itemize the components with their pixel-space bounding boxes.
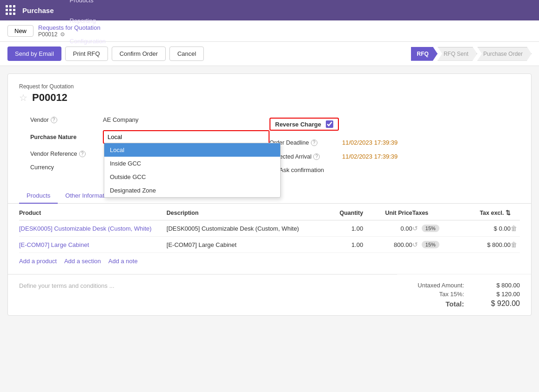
form-title-label: Request for Quotation <box>19 83 520 90</box>
adjust-icon[interactable]: ⇅ <box>505 210 511 216</box>
top-nav: Purchase OrdersProductsReportingConfigur… <box>0 0 539 20</box>
description-cell: [E-COM07] Large Cabinet <box>167 241 314 248</box>
new-button[interactable]: New <box>7 25 34 37</box>
unit-price-cell[interactable]: 800.00 <box>363 241 412 248</box>
terms-placeholder: Define your terms and conditions ... <box>19 282 115 289</box>
delete-row-icon[interactable]: 🗑 <box>511 225 520 232</box>
form-title-row: ☆ P00012 <box>19 92 520 104</box>
expected-arrival-field: Expected Arrival ? 11/02/2023 17:39:39 <box>270 150 509 164</box>
status-step-purchase-order[interactable]: Purchase Order <box>477 47 532 61</box>
vendor-value[interactable]: AE Company <box>103 116 139 123</box>
reverse-charge-label: Reverse Charge <box>275 121 321 128</box>
status-step-rfq[interactable]: RFQ <box>411 47 438 61</box>
purchase-nature-dropdown[interactable]: LocalInside GCCOutside GCCDesignated Zon… <box>104 143 281 198</box>
confirm-order-button[interactable]: Confirm Order <box>112 47 166 61</box>
bottom-row: Define your terms and conditions ... Unt… <box>8 274 531 315</box>
vendor-ref-label: Vendor Reference ? <box>30 151 95 157</box>
status-bar: RFQRFQ SentPurchase Order <box>411 47 532 61</box>
send-email-button[interactable]: Send by Email <box>7 47 61 61</box>
add-note-link[interactable]: Add a note <box>108 258 138 265</box>
add-section-link[interactable]: Add a section <box>64 258 101 265</box>
reset-icon[interactable]: ↺ <box>412 241 418 248</box>
status-step-rfq-sent[interactable]: RFQ Sent <box>438 47 477 61</box>
dropdown-item-local[interactable]: Local <box>104 143 280 157</box>
right-fields: Reverse Charge Order Deadline ? 11/02/20… <box>270 113 509 176</box>
vendor-help-icon[interactable]: ? <box>51 117 57 123</box>
quantity-cell[interactable]: 1.00 <box>314 241 364 248</box>
product-link[interactable]: [DESK0005] Customizable Desk (Custom, Wh… <box>19 225 167 232</box>
col-product-header: Product <box>19 210 167 216</box>
purchase-nature-select[interactable]: Local Inside GCC Outside GCC Designated … <box>104 131 269 143</box>
product-link[interactable]: [E-COM07] Large Cabinet <box>19 241 167 248</box>
add-links: Add a product Add a section Add a note <box>19 253 520 266</box>
grand-total-row: Total: $ 920.00 <box>408 299 520 308</box>
add-product-link[interactable]: Add a product <box>19 258 57 265</box>
tax-excl-cell: $ 800.00 <box>461 241 511 248</box>
nav-item-products[interactable]: Products <box>63 0 112 10</box>
tax-badge[interactable]: 15% <box>422 225 439 232</box>
ask-confirmation-row: Ask confirmation <box>270 164 509 176</box>
total-label: Total: <box>408 300 464 308</box>
order-deadline-help-icon[interactable]: ? <box>311 140 317 146</box>
app-grid-icon[interactable] <box>6 5 16 15</box>
vendor-field: Vendor ? AE Company <box>30 113 270 127</box>
ask-confirmation-label: Ask confirmation <box>279 166 324 173</box>
col-desc-header: Description <box>167 210 314 216</box>
tax-row: Tax 15%: $ 120.00 <box>408 291 520 298</box>
dropdown-item-inside-gcc[interactable]: Inside GCC <box>104 157 280 170</box>
table-header: Product Description Quantity Unit Price … <box>19 206 520 220</box>
untaxed-label: Untaxed Amount: <box>408 282 464 289</box>
favorite-icon[interactable]: ☆ <box>19 92 27 103</box>
purchase-nature-dropdown-container[interactable]: Local Inside GCC Outside GCC Designated … <box>103 130 270 144</box>
purchase-nature-label: Purchase Nature <box>30 134 95 140</box>
breadcrumb-parent[interactable]: Requests for Quotation <box>38 24 101 31</box>
breadcrumb-current: P00012 <box>38 31 57 38</box>
dropdown-item-designated-zone[interactable]: Designated Zone <box>104 184 280 197</box>
table-row: [DESK0005] Customizable Desk (Custom, Wh… <box>19 220 520 237</box>
description-cell: [DESK0005] Customizable Desk (Custom, Wh… <box>167 225 314 232</box>
purchase-nature-row: Purchase Nature Local Inside GCC Outside… <box>30 127 270 147</box>
reverse-charge-field: Reverse Charge <box>270 113 509 136</box>
gear-icon[interactable]: ⚙ <box>60 31 65 38</box>
fields-grid: Vendor ? AE Company Purchase Nature Loca… <box>19 113 520 176</box>
untaxed-value: $ 800.00 <box>483 282 520 289</box>
col-taxes-header: Taxes <box>412 210 462 216</box>
tax-excl-cell: $ 0.00 <box>461 225 511 232</box>
tab-products[interactable]: Products <box>19 188 58 204</box>
tax-label: Tax 15%: <box>408 291 464 298</box>
taxes-cell: ↺ 15% <box>412 241 462 248</box>
left-fields: Vendor ? AE Company Purchase Nature Loca… <box>30 113 270 176</box>
breadcrumb-sub: P00012 ⚙ <box>38 31 101 38</box>
action-buttons: Send by Email Print RFQ Confirm Order Ca… <box>7 47 204 61</box>
reverse-charge-checkbox[interactable] <box>326 120 333 128</box>
taxes-cell: ↺ 15% <box>412 225 462 232</box>
tax-badge[interactable]: 15% <box>422 241 439 248</box>
table-row: [E-COM07] Large Cabinet [E-COM07] Large … <box>19 237 520 253</box>
tax-value: $ 120.00 <box>483 291 520 298</box>
totals-section: Untaxed Amount: $ 800.00 Tax 15%: $ 120.… <box>397 274 531 315</box>
col-taxexcl-header: Tax excl. ⇅ <box>461 209 511 216</box>
expected-arrival-value[interactable]: 11/02/2023 17:39:39 <box>342 153 398 160</box>
quantity-cell[interactable]: 1.00 <box>314 225 364 232</box>
dropdown-item-outside-gcc[interactable]: Outside GCC <box>104 170 280 184</box>
col-qty-header: Quantity <box>314 210 364 216</box>
expected-arrival-help-icon[interactable]: ? <box>313 153 320 160</box>
vendor-label: Vendor ? <box>30 117 95 123</box>
print-rfq-button[interactable]: Print RFQ <box>65 47 108 61</box>
order-deadline-value[interactable]: 11/02/2023 17:39:39 <box>342 139 398 146</box>
vendor-ref-help-icon[interactable]: ? <box>79 151 86 157</box>
currency-label: Currency <box>30 164 95 171</box>
order-deadline-field: Order Deadline ? 11/02/2023 17:39:39 <box>270 136 509 150</box>
unit-price-cell[interactable]: 0.00 <box>363 225 412 232</box>
products-section: Product Description Quantity Unit Price … <box>8 206 531 274</box>
reset-icon[interactable]: ↺ <box>412 225 418 232</box>
delete-row-icon[interactable]: 🗑 <box>511 241 520 248</box>
cancel-button[interactable]: Cancel <box>169 47 204 61</box>
untaxed-row: Untaxed Amount: $ 800.00 <box>408 282 520 289</box>
terms-section[interactable]: Define your terms and conditions ... <box>8 274 397 302</box>
col-price-header: Unit Price <box>363 210 412 216</box>
form-header: Request for Quotation ☆ P00012 Vendor ? … <box>8 74 531 181</box>
brand-label[interactable]: Purchase <box>22 7 54 14</box>
reverse-charge-box: Reverse Charge <box>270 118 339 131</box>
order-number: P00012 <box>32 92 67 104</box>
